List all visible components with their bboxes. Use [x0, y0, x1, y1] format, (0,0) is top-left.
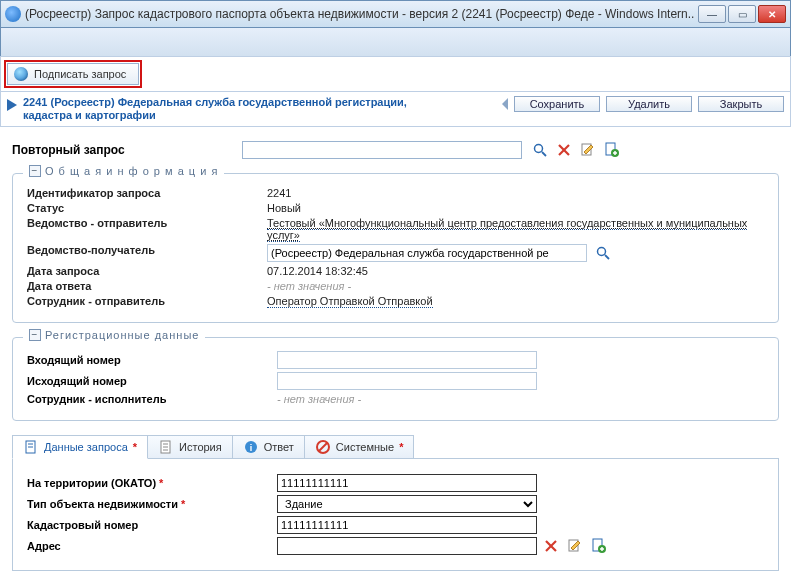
tab-history-label: История: [179, 441, 222, 453]
info-icon: i: [243, 439, 259, 455]
executor-value: - нет значения -: [277, 393, 361, 405]
svg-point-0: [535, 145, 543, 153]
status-value: Новый: [267, 202, 764, 214]
cadno-label: Кадастровый номер: [27, 519, 277, 531]
repeat-request-row: Повторный запрос: [12, 141, 779, 159]
add-doc-icon[interactable]: [604, 142, 620, 158]
address-input[interactable]: [277, 537, 537, 555]
svg-line-21: [319, 443, 327, 451]
tab-system[interactable]: Системные *: [304, 435, 415, 458]
globe-icon: [14, 67, 28, 81]
repeat-request-input[interactable]: [242, 141, 522, 159]
general-legend-text: О б щ а я и н ф о р м а ц и я: [45, 165, 218, 177]
tab-data-label: Данные запроса: [44, 441, 128, 453]
close-button[interactable]: Закрыть: [698, 96, 784, 112]
chevron-left-icon[interactable]: [502, 98, 508, 110]
sender-label: Ведомство - отправитель: [27, 217, 267, 229]
collapse-icon[interactable]: −: [29, 329, 41, 341]
registration-fieldset: − Регистрационные данные Входящий номер …: [12, 337, 779, 421]
doc-icon: [23, 439, 39, 455]
repeat-request-label: Повторный запрос: [12, 143, 232, 157]
arrow-right-icon: [7, 99, 17, 111]
sign-request-button[interactable]: Подписать запрос: [7, 63, 139, 85]
window-titlebar: (Росреестр) Запрос кадастрового паспорта…: [0, 0, 791, 28]
tab-answer-label: Ответ: [264, 441, 294, 453]
employee-link[interactable]: Оператор Отправкой Отправкой: [267, 295, 433, 308]
maximize-button[interactable]: ▭: [728, 5, 756, 23]
objtype-select[interactable]: Здание: [277, 495, 537, 513]
incoming-no-input[interactable]: [277, 351, 537, 369]
page-title: 2241 (Росреестр) Федеральная служба госу…: [23, 96, 453, 122]
svg-line-10: [605, 255, 609, 259]
tab-request-data[interactable]: Данные запроса *: [12, 435, 148, 459]
header-bar: 2241 (Росреестр) Федеральная служба госу…: [0, 92, 791, 127]
request-id-value: 2241: [267, 187, 764, 199]
receiver-input[interactable]: [267, 244, 587, 262]
search-icon[interactable]: [532, 142, 548, 158]
delete-button[interactable]: Удалить: [606, 96, 692, 112]
save-button[interactable]: Сохранить: [514, 96, 600, 112]
ans-date-value: - нет значения -: [267, 280, 351, 292]
general-info-legend: − О б щ а я и н ф о р м а ц и я: [23, 165, 224, 177]
history-icon: [158, 439, 174, 455]
required-asterisk-icon: *: [399, 441, 403, 453]
status-label: Статус: [27, 202, 267, 214]
general-info-fieldset: − О б щ а я и н ф о р м а ц и я Идентифи…: [12, 173, 779, 323]
cadno-input[interactable]: [277, 516, 537, 534]
ans-date-label: Дата ответа: [27, 280, 267, 292]
forbidden-icon: [315, 439, 331, 455]
sign-button-label: Подписать запрос: [34, 68, 126, 80]
edit-pencil-icon[interactable]: [580, 142, 596, 158]
objtype-label: Тип объекта недвижимости*: [27, 498, 277, 510]
collapse-icon[interactable]: −: [29, 165, 41, 177]
receiver-label: Ведомство-получатель: [27, 244, 267, 256]
outgoing-no-input[interactable]: [277, 372, 537, 390]
minimize-button[interactable]: —: [698, 5, 726, 23]
employee-label: Сотрудник - отправитель: [27, 295, 267, 307]
executor-label: Сотрудник - исполнитель: [27, 393, 277, 405]
registration-legend-text: Регистрационные данные: [45, 329, 199, 341]
window-title: (Росреестр) Запрос кадастрового паспорта…: [25, 7, 694, 21]
svg-line-1: [542, 152, 546, 156]
okato-label: На территории (ОКАТО)*: [27, 477, 277, 489]
required-asterisk-icon: *: [133, 441, 137, 453]
tab-history[interactable]: История: [147, 435, 233, 458]
incoming-no-label: Входящий номер: [27, 354, 277, 366]
sign-button-highlight: Подписать запрос: [4, 60, 142, 88]
request-id-label: Идентификатор запроса: [27, 187, 267, 199]
svg-text:i: i: [249, 443, 252, 453]
sign-toolbar: Подписать запрос: [0, 56, 791, 92]
tab-system-label: Системные: [336, 441, 394, 453]
edit-pencil-icon[interactable]: [567, 538, 583, 554]
outgoing-no-label: Исходящий номер: [27, 375, 277, 387]
address-label: Адрес: [27, 540, 277, 552]
lookup-icon[interactable]: [595, 245, 611, 261]
tabs: Данные запроса * История i Ответ Системн…: [12, 435, 779, 459]
tab-panel-request-data: На территории (ОКАТО)* Тип объекта недви…: [12, 459, 779, 571]
req-date-value: 07.12.2014 18:32:45: [267, 265, 764, 277]
clear-x-icon[interactable]: [543, 538, 559, 554]
tab-answer[interactable]: i Ответ: [232, 435, 305, 458]
req-date-label: Дата запроса: [27, 265, 267, 277]
add-doc-icon[interactable]: [591, 538, 607, 554]
delete-x-icon[interactable]: [556, 142, 572, 158]
close-window-button[interactable]: ✕: [758, 5, 786, 23]
sender-link[interactable]: Тестовый «Многофункциональный центр пред…: [267, 217, 747, 242]
ie-icon: [5, 6, 21, 22]
svg-point-9: [598, 248, 606, 256]
browser-toolbar-spacer: [0, 28, 791, 56]
okato-input[interactable]: [277, 474, 537, 492]
registration-legend: − Регистрационные данные: [23, 329, 205, 341]
